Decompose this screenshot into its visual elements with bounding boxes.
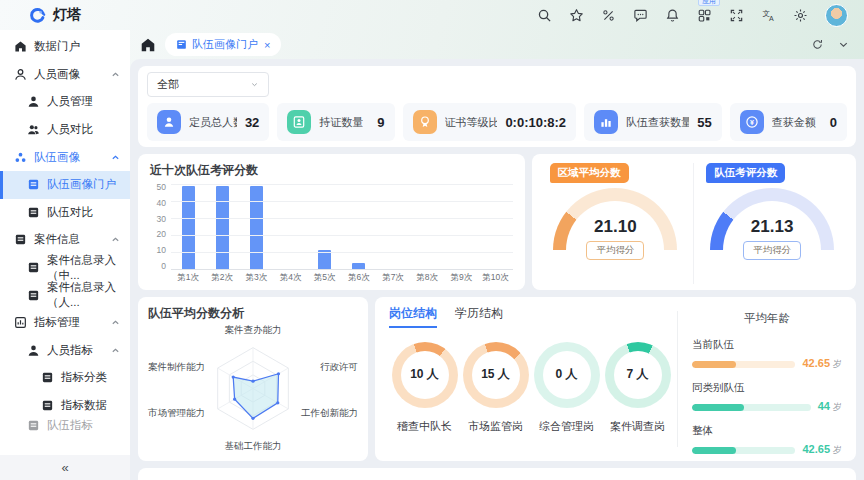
sidebar-item-1[interactable]: 人员画像 xyxy=(0,61,130,89)
y-tick: 40 xyxy=(150,198,166,208)
age-unit: 岁 xyxy=(833,359,842,369)
sidebar-item-13[interactable]: 指标数据 xyxy=(0,392,130,420)
doc-icon xyxy=(41,371,54,384)
percent-gauge-icon[interactable] xyxy=(601,8,616,23)
donut-label: 市场监管岗 xyxy=(468,419,523,434)
sidebar-item-5[interactable]: 队伍画像门户 xyxy=(0,171,130,199)
structure-tabs: 岗位结构学历结构 xyxy=(389,305,677,328)
stat-value: 0:0:10:8:2 xyxy=(505,115,566,130)
donut-ring: 7 人 xyxy=(605,342,671,408)
sidebar-item-label: 人员指标 xyxy=(47,343,93,358)
age-bar-track xyxy=(692,447,795,454)
donut-2: 0 人综合管理岗 xyxy=(534,342,600,434)
sidebar-item-2[interactable]: 人员管理 xyxy=(0,88,130,116)
age-item-0: 当前队伍42.65岁 xyxy=(692,338,842,371)
translate-icon[interactable]: 文A xyxy=(761,8,776,23)
app-grid-icon[interactable]: 应用 xyxy=(697,8,712,23)
y-tick: 10 xyxy=(150,245,166,255)
filter-select[interactable]: 全部 xyxy=(147,72,269,97)
age-value: 42.65岁 xyxy=(802,357,842,371)
comment-icon[interactable] xyxy=(633,8,648,23)
user-avatar[interactable] xyxy=(825,4,848,27)
gauge-caption: 平均得分 xyxy=(586,241,644,260)
lighthouse-logo-icon xyxy=(28,6,47,25)
age-item-2: 整体42.65岁 xyxy=(692,424,842,457)
age-label: 同类别队伍 xyxy=(692,381,842,395)
st-chart-icon xyxy=(594,110,618,134)
tab-position-structure[interactable]: 岗位结构 xyxy=(389,305,437,328)
doc-icon xyxy=(41,399,54,412)
sidebar-item-12[interactable]: 指标分类 xyxy=(0,364,130,392)
radar-chart-title: 队伍平均分数分析 xyxy=(148,305,358,322)
age-value: 42.65岁 xyxy=(802,443,842,457)
tab-bar: 队伍画像门户 × xyxy=(130,30,864,59)
st-person-icon xyxy=(157,110,181,134)
chevron-up-icon[interactable] xyxy=(111,70,120,79)
age-label: 当前队伍 xyxy=(692,338,842,352)
sidebar-item-14[interactable]: 队伍指标 xyxy=(0,419,130,432)
sidebar-item-label: 人员管理 xyxy=(47,94,93,109)
header-icons: 应用文A xyxy=(537,4,848,27)
x-tick: 第10次 xyxy=(478,271,512,284)
stat-label: 定员总人数 xyxy=(189,115,237,130)
sidebar-item-7[interactable]: 案件信息 xyxy=(0,226,130,254)
user-solid-icon xyxy=(27,95,40,108)
dashboard-icon xyxy=(176,39,187,50)
chevron-up-icon[interactable] xyxy=(111,346,120,355)
x-tick: 第8次 xyxy=(410,271,444,284)
fullscreen-icon[interactable] xyxy=(729,8,744,23)
tab-team-portrait-portal[interactable]: 队伍画像门户 × xyxy=(165,33,281,56)
x-tick: 第5次 xyxy=(308,271,342,284)
tab-home-button[interactable] xyxy=(140,37,156,53)
tab-education-structure[interactable]: 学历结构 xyxy=(455,305,503,328)
doc-icon xyxy=(14,233,27,246)
chevron-up-icon[interactable] xyxy=(111,235,120,244)
stat-value: 32 xyxy=(245,115,259,130)
sidebar-item-8[interactable]: 案件信息录入（中... xyxy=(0,254,130,282)
refresh-icon[interactable] xyxy=(811,38,824,51)
tab-label: 队伍画像门户 xyxy=(192,37,258,52)
search-icon[interactable] xyxy=(537,8,552,23)
sidebar-item-10[interactable]: 指标管理 xyxy=(0,309,130,337)
collapse-icon: « xyxy=(61,460,68,475)
chevron-down-icon[interactable] xyxy=(837,38,850,51)
sidebar-item-4[interactable]: 队伍画像 xyxy=(0,143,130,171)
donut-value: 10 人 xyxy=(401,351,449,399)
sidebar-menu: 数据门户人员画像人员管理人员对比队伍画像队伍画像门户队伍对比案件信息案件信息录入… xyxy=(0,30,130,455)
stat-label: 查获金额 xyxy=(772,115,816,130)
gear-icon[interactable] xyxy=(793,8,808,23)
chevron-up-icon[interactable] xyxy=(111,153,120,162)
radar-axis-label: 市场管理能力 xyxy=(148,407,205,420)
sidebar-item-9[interactable]: 案件信息录入（人... xyxy=(0,281,130,309)
close-icon[interactable]: × xyxy=(264,39,270,51)
sidebar-item-label: 指标分类 xyxy=(61,370,107,385)
sidebar-collapse-button[interactable]: « xyxy=(0,455,130,480)
stat-card-0: 定员总人数32 xyxy=(147,103,269,141)
sidebar-item-3[interactable]: 人员对比 xyxy=(0,116,130,144)
sidebar-item-11[interactable]: 人员指标 xyxy=(0,337,130,365)
stat-value: 9 xyxy=(377,115,384,130)
sidebar-item-0[interactable]: 数据门户 xyxy=(0,33,130,61)
sidebar-item-label: 案件信息录入（中... xyxy=(47,253,130,283)
sidebar-item-label: 队伍画像 xyxy=(34,150,80,165)
age-unit: 岁 xyxy=(833,402,842,412)
stat-card-2: 证书等级比例0:0:10:8:2 xyxy=(403,103,577,141)
gauge-1: 队伍考评分数21.13平均得分 xyxy=(693,163,850,284)
age-bar-track xyxy=(692,404,811,411)
app-header: 灯塔 应用文A xyxy=(0,0,864,30)
sidebar-item-label: 案件信息 xyxy=(34,232,80,247)
doc-icon xyxy=(27,289,40,302)
stat-card-1: 持证数量9 xyxy=(277,103,394,141)
donut-1: 15 人市场监管岗 xyxy=(463,342,529,434)
st-badge-icon xyxy=(287,110,311,134)
sidebar-item-6[interactable]: 队伍对比 xyxy=(0,199,130,227)
x-tick: 第4次 xyxy=(273,271,307,284)
bar xyxy=(352,263,365,269)
cluster-icon xyxy=(14,151,27,164)
bell-icon[interactable] xyxy=(665,8,680,23)
star-icon[interactable] xyxy=(569,8,584,23)
age-bar-fill xyxy=(692,447,736,454)
donut-0: 10 人稽查中队长 xyxy=(392,342,458,434)
chevron-up-icon[interactable] xyxy=(111,318,120,327)
sidebar-item-label: 人员对比 xyxy=(47,122,93,137)
